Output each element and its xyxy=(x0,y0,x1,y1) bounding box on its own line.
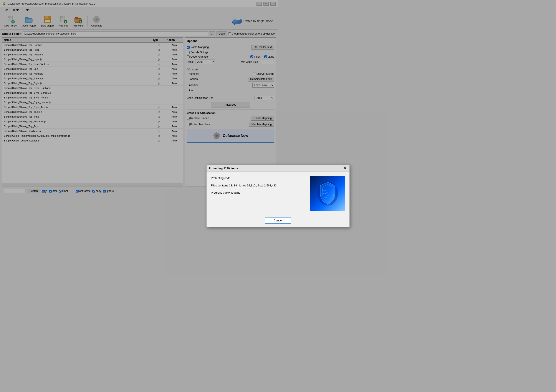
modal-title-bar: Protecting 1179 items ✕ xyxy=(207,165,278,172)
modal-line1: Protecting code xyxy=(211,176,278,180)
modal-text-area: Protecting code Files contains JS: 89 , … xyxy=(211,176,278,196)
modal-overlay: Protecting 1179 items ✕ Protecting code … xyxy=(0,0,278,196)
modal-line3: Progress : downloading xyxy=(211,191,278,195)
modal-line2: Files contains JS: 89 , Lines 94,110 , S… xyxy=(211,183,278,188)
modal-dialog: Protecting 1179 items ✕ Protecting code … xyxy=(206,165,278,196)
modal-title: Protecting 1179 items xyxy=(209,167,238,170)
modal-body: Protecting code Files contains JS: 89 , … xyxy=(207,172,278,196)
